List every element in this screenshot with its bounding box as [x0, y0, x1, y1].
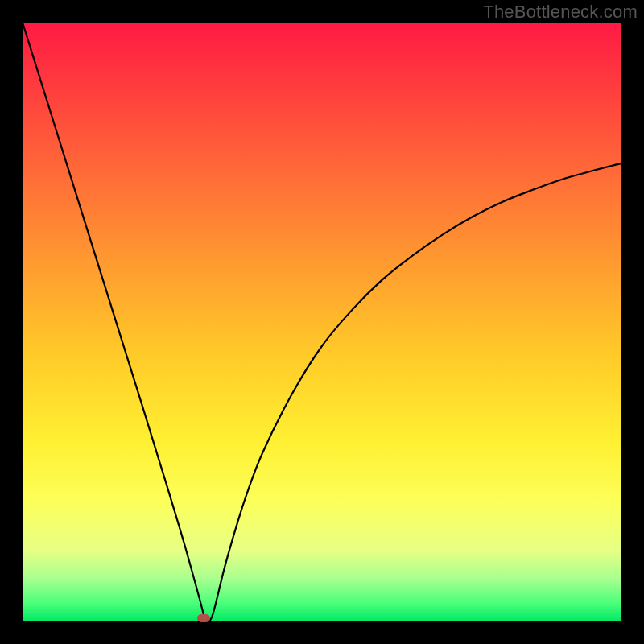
attribution-text: TheBottleneck.com — [483, 2, 638, 23]
plot-area — [23, 23, 621, 621]
minimum-marker — [197, 614, 210, 622]
bottleneck-curve — [23, 23, 621, 621]
chart-frame: TheBottleneck.com — [0, 0, 644, 644]
